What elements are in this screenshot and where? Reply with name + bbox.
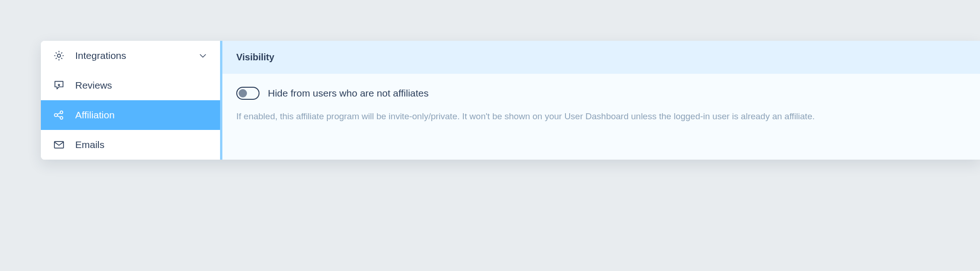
sidebar-item-label: Emails [75, 139, 208, 150]
gear-icon [53, 50, 65, 62]
affiliation-icon [53, 109, 65, 121]
main-content: Visibility Hide from users who are not a… [220, 41, 980, 160]
toggle-knob [239, 89, 247, 97]
svg-point-0 [58, 54, 61, 58]
svg-point-1 [54, 114, 58, 117]
sidebar-item-label: Affiliation [75, 110, 208, 121]
sidebar-item-reviews[interactable]: Reviews [41, 71, 220, 100]
sidebar-item-affiliation[interactable]: Affiliation [41, 100, 220, 130]
help-text: If enabled, this affiliate program will … [236, 110, 933, 123]
review-icon [53, 79, 65, 91]
svg-line-4 [57, 113, 60, 114]
toggle-row: Hide from users who are not affiliates [236, 87, 966, 100]
section-title: Visibility [222, 41, 980, 74]
sidebar-item-emails[interactable]: Emails [41, 130, 220, 160]
sidebar-item-label: Reviews [75, 80, 208, 91]
app-container: Integrations Reviews [41, 41, 980, 160]
toggle-label: Hide from users who are not affiliates [268, 88, 428, 99]
hide-from-non-affiliates-toggle[interactable] [236, 87, 260, 100]
svg-line-5 [57, 116, 60, 117]
sidebar-item-label: Integrations [75, 50, 188, 61]
sidebar: Integrations Reviews [41, 41, 220, 160]
chevron-down-icon [198, 51, 208, 61]
mail-icon [53, 139, 65, 151]
svg-point-3 [60, 116, 63, 119]
svg-rect-6 [54, 142, 64, 148]
svg-point-2 [60, 111, 63, 114]
section-body: Hide from users who are not affiliates I… [222, 74, 980, 123]
sidebar-item-integrations[interactable]: Integrations [41, 41, 220, 71]
